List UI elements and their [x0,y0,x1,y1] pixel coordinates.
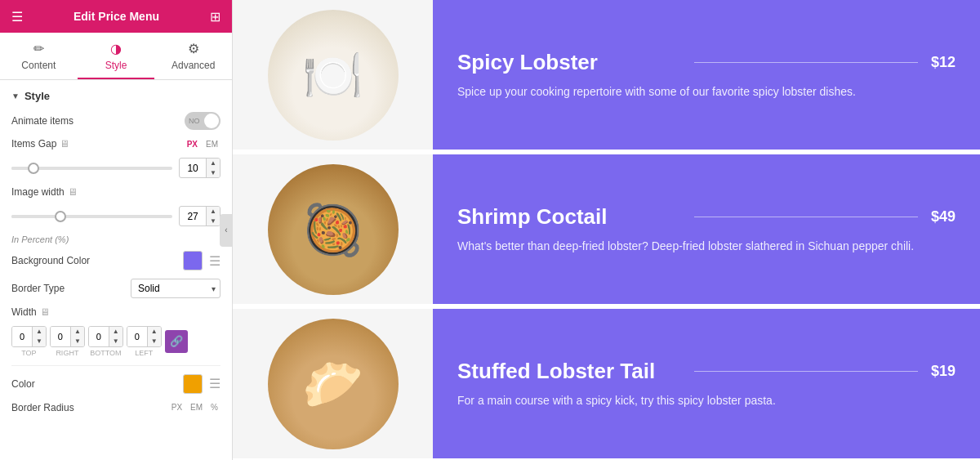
items-gap-input-wrap: ▲ ▼ [179,158,220,178]
width-right-increment[interactable]: ▲ [71,327,84,337]
collapse-handle-icon: ‹ [225,226,227,234]
image-width-monitor-icon: 🖥 [68,186,78,198]
left-panel: ☰ Edit Price Menu ⊞ ✏ Content ◑ Style ⚙ … [0,0,233,460]
image-width-row: Image width 🖥 [11,186,220,198]
item-header: Spicy Lobster $12 [457,50,956,75]
border-radius-pct-btn[interactable]: % [208,402,220,413]
width-link-button[interactable]: 🔗 [165,330,188,353]
image-width-decrement[interactable]: ▼ [207,217,220,226]
width-bottom-input[interactable] [89,327,109,346]
width-row: Width 🖥 [11,306,220,318]
item-name: Shrimp Coctail [457,204,681,230]
border-type-label: Border Type [11,283,65,294]
items-gap-slider-row: ▲ ▼ [11,158,220,178]
tab-content[interactable]: ✏ Content [0,33,78,79]
width-top-label: TOP [21,349,36,357]
collapse-arrow-icon[interactable]: ▼ [11,92,20,100]
width-right-input[interactable] [51,327,70,346]
items-gap-row: Items Gap 🖥 PX EM [11,138,220,150]
width-left-input[interactable] [127,327,147,346]
width-left-cell: ▲ ▼ LEFT [127,326,162,356]
topbar-title: Edit Price Menu [74,10,159,23]
menu-item-content: Shrimp Coctail $49 What's better than de… [433,154,980,304]
image-width-label: Image width 🖥 [11,186,78,198]
items-gap-increment[interactable]: ▲ [207,159,220,168]
image-width-thumb[interactable] [55,211,66,222]
item-price: $19 [931,363,956,380]
section-header: ▼ Style [11,90,220,102]
width-right-cell: ▲ ▼ RIGHT [50,326,85,356]
width-left-decrement[interactable]: ▼ [148,337,161,346]
item-separator [694,217,918,217]
width-bottom-increment[interactable]: ▲ [109,327,122,337]
image-width-input[interactable] [180,209,206,224]
tab-style-label: Style [105,60,127,71]
food-image [268,164,399,295]
food-image [268,319,399,449]
item-separator [694,371,918,372]
border-radius-label: Border Radius [11,402,74,413]
items-gap-label: Items Gap 🖥 [11,138,69,150]
collapse-handle[interactable]: ‹ [220,214,233,247]
animate-items-label: Animate items [11,115,74,127]
animate-toggle[interactable]: NO [185,112,220,130]
width-label: Width 🖥 [11,306,50,318]
content-tab-icon: ✏ [33,41,44,56]
menu-items-list: Spicy Lobster $12 Spice up your cooking … [233,0,980,460]
width-inputs: ▲ ▼ TOP ▲ ▼ RIGHT [11,326,220,356]
items-gap-monitor-icon: 🖥 [60,138,69,150]
bg-color-swatch[interactable] [183,251,203,270]
bg-color-controls: ☰ [183,251,220,270]
bg-color-erase-icon[interactable]: ☰ [209,253,220,269]
width-top-decrement[interactable]: ▼ [33,337,46,346]
width-top-increment[interactable]: ▲ [33,327,46,337]
item-name: Stuffed Lobster Tail [457,359,681,384]
image-width-increment[interactable]: ▲ [207,207,220,217]
items-gap-px-btn[interactable]: PX [185,139,200,150]
item-description: Spice up your cooking repertoire with so… [457,83,956,100]
width-bottom-label: BOTTOM [90,349,121,357]
border-radius-row: Border Radius PX EM % [11,402,220,413]
color-swatch[interactable] [183,374,203,394]
item-description: What's better than deep-fried lobster? D… [457,238,956,255]
items-gap-track[interactable] [11,167,172,170]
color-erase-icon[interactable]: ☰ [209,376,220,391]
width-top-input[interactable] [12,327,32,346]
menu-item-image [233,154,433,304]
items-gap-em-btn[interactable]: EM [203,139,220,150]
width-left-increment[interactable]: ▲ [148,327,161,337]
in-percent-label: In Percent (%) [11,234,220,244]
item-header: Stuffed Lobster Tail $19 [457,359,956,384]
menu-item-image [233,309,433,458]
tab-style[interactable]: ◑ Style [78,33,155,79]
item-header: Shrimp Coctail $49 [457,204,956,230]
items-gap-stepper: ▲ ▼ [206,159,220,177]
advanced-tab-icon: ⚙ [188,41,199,56]
items-gap-input[interactable] [180,161,206,176]
menu-item: Spicy Lobster $12 Spice up your cooking … [233,0,980,151]
border-radius-em-btn[interactable]: EM [188,402,205,413]
color-controls: ☰ [183,374,220,394]
hamburger-icon[interactable]: ☰ [11,9,23,25]
items-gap-decrement[interactable]: ▼ [207,168,220,178]
border-radius-px-btn[interactable]: PX [169,402,185,413]
tabs-bar: ✏ Content ◑ Style ⚙ Advanced [0,33,232,80]
item-price: $49 [931,208,956,226]
style-tab-icon: ◑ [110,41,122,56]
width-top-cell: ▲ ▼ TOP [11,326,47,356]
grid-icon[interactable]: ⊞ [210,9,220,25]
menu-item-content: Spicy Lobster $12 Spice up your cooking … [433,0,980,150]
width-right-decrement[interactable]: ▼ [71,337,84,346]
border-type-select[interactable]: None Solid Dashed Dotted Double [131,279,220,298]
item-name: Spicy Lobster [457,50,681,75]
image-width-track[interactable] [11,215,172,218]
section-label: Style [24,90,50,102]
items-gap-thumb[interactable] [28,163,39,174]
width-right-label: RIGHT [56,349,78,357]
animate-items-row: Animate items NO [11,112,220,130]
color-row: Color ☰ [11,374,220,394]
tab-advanced[interactable]: ⚙ Advanced [154,33,232,79]
width-bottom-decrement[interactable]: ▼ [109,337,122,346]
item-price: $12 [931,54,956,71]
menu-item-content: Stuffed Lobster Tail $19 For a main cour… [433,309,980,458]
